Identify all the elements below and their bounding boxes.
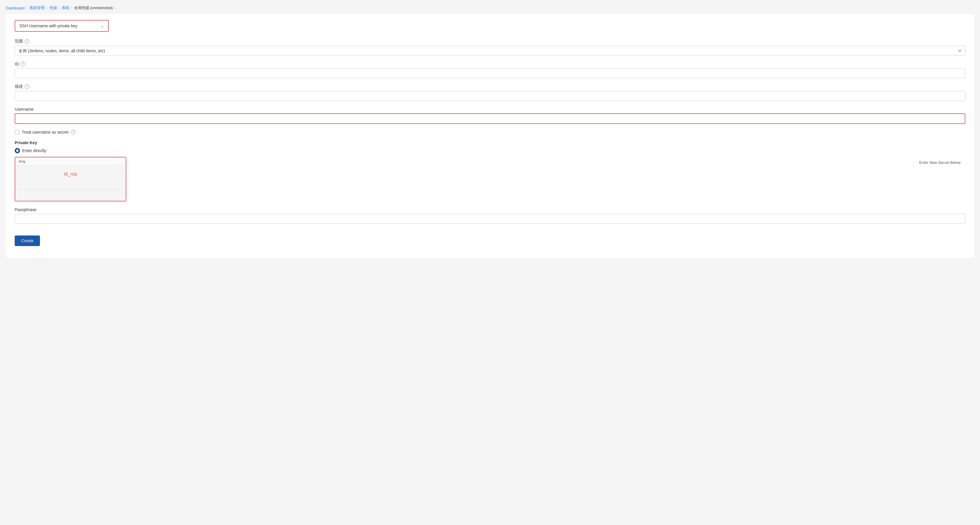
breadcrumb-sep-1: › bbox=[26, 6, 28, 10]
breadcrumb-sysmanage[interactable]: 系统管理 bbox=[29, 5, 45, 11]
breadcrumb-system[interactable]: 系统 bbox=[62, 5, 69, 11]
scope-label: 范围 ? bbox=[15, 39, 965, 44]
scope-help-icon[interactable]: ? bbox=[25, 39, 29, 44]
key-area-row: Key id_rsa Enter New Secret Below bbox=[15, 157, 965, 201]
description-help-icon[interactable]: ? bbox=[25, 84, 29, 89]
scope-select[interactable]: 全局 (Jenkins, nodes, items, all child ite… bbox=[15, 46, 965, 56]
id-help-icon[interactable]: ? bbox=[21, 62, 25, 67]
key-right-label: Enter New Secret Below bbox=[126, 157, 965, 168]
treat-secret-label: Treat username as secret bbox=[22, 130, 68, 135]
username-label: Username bbox=[15, 107, 965, 112]
dropdown-arrow-icon: ⌄ bbox=[100, 24, 104, 28]
credential-type-label: SSH Username with private key bbox=[19, 24, 78, 28]
page-container: Dashboard › 系统管理 › 凭据 › 系统 › 全局凭据 (unres… bbox=[0, 0, 980, 525]
description-label: 描述 ? bbox=[15, 84, 965, 89]
breadcrumb-sep-3: › bbox=[59, 6, 60, 10]
username-input[interactable] bbox=[15, 113, 965, 124]
id-input[interactable] bbox=[15, 68, 965, 78]
breadcrumb-sep-2: › bbox=[46, 6, 48, 10]
breadcrumb-sep-5: › bbox=[115, 6, 116, 10]
scope-section: 范围 ? 全局 (Jenkins, nodes, items, all chil… bbox=[15, 39, 965, 56]
key-textarea-empty[interactable] bbox=[15, 189, 126, 201]
key-label: Key bbox=[15, 157, 126, 166]
breadcrumb-credentials[interactable]: 凭据 bbox=[49, 5, 57, 11]
private-key-title: Private Key bbox=[15, 140, 965, 145]
breadcrumb-dashboard[interactable]: Dashboard bbox=[6, 6, 25, 10]
id-label: ID ? bbox=[15, 62, 965, 67]
treat-secret-help-icon[interactable]: ? bbox=[71, 130, 75, 135]
treat-secret-checkbox[interactable] bbox=[15, 130, 19, 135]
id-section: ID ? bbox=[15, 62, 965, 78]
breadcrumb: Dashboard › 系统管理 › 凭据 › 系统 › 全局凭据 (unres… bbox=[0, 3, 980, 14]
username-section: Username bbox=[15, 107, 965, 124]
passphrase-section: Passphrase bbox=[15, 207, 965, 224]
passphrase-input[interactable] bbox=[15, 214, 965, 224]
form-wrapper: SSH Username with private key ⌄ 范围 ? 全局 … bbox=[6, 14, 974, 258]
key-body: id_rsa bbox=[15, 166, 126, 189]
description-input[interactable] bbox=[15, 91, 965, 101]
passphrase-label: Passphrase bbox=[15, 207, 965, 212]
breadcrumb-sep-4: › bbox=[71, 6, 72, 10]
credential-type-dropdown[interactable]: SSH Username with private key ⌄ bbox=[15, 20, 109, 32]
breadcrumb-global: 全局凭据 (unrestricted) bbox=[74, 5, 113, 11]
key-box: Key id_rsa bbox=[15, 157, 126, 201]
enter-directly-row: Enter directly bbox=[15, 148, 965, 153]
enter-directly-radio[interactable] bbox=[15, 148, 20, 153]
enter-directly-label: Enter directly bbox=[22, 148, 46, 153]
description-section: 描述 ? bbox=[15, 84, 965, 101]
create-button[interactable]: Create bbox=[15, 235, 40, 246]
key-placeholder-text: id_rsa bbox=[19, 171, 122, 177]
treat-secret-row: Treat username as secret ? bbox=[15, 130, 965, 135]
private-key-section: Private Key Enter directly Key id_rsa En… bbox=[15, 140, 965, 201]
